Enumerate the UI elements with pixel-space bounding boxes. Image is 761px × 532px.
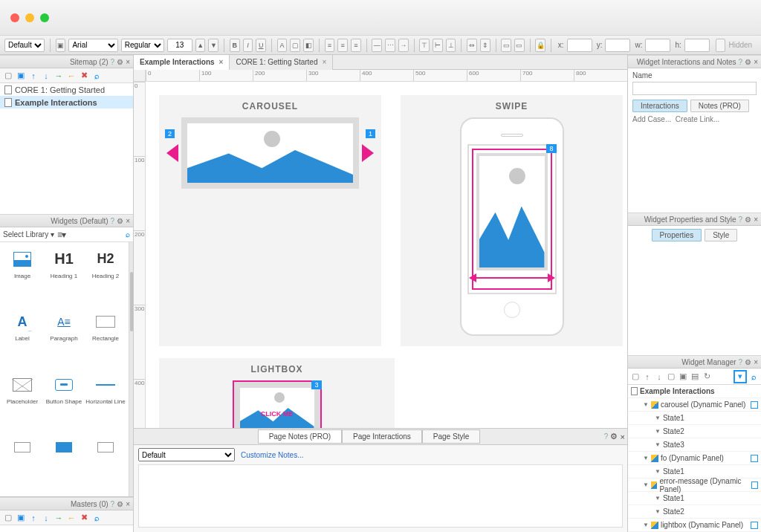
add-page-icon[interactable]: ▢ [4, 71, 13, 80]
sitemap-item-core1[interactable]: CORE 1: Getting Started [0, 83, 133, 96]
line-style-button[interactable]: ⋯ [385, 39, 395, 52]
tab-page-style[interactable]: Page Style [422, 429, 480, 444]
font-size-input[interactable] [167, 39, 192, 52]
font-family-select[interactable]: Arial [68, 39, 117, 52]
customize-notes-link[interactable]: Customize Notes... [241, 451, 303, 459]
tab-core1[interactable]: CORE 1: Getting Started× [230, 55, 333, 70]
wm-state[interactable]: ▼State2 [628, 425, 761, 438]
lock-button[interactable]: 🔒 [535, 39, 545, 52]
widget-image[interactable]: Image [1, 244, 43, 284]
panel-gear-icon[interactable]: ⚙ [610, 432, 618, 441]
paint-bucket-icon[interactable]: ▣ [56, 39, 66, 52]
widget-heading2[interactable]: H2Heading 2 [85, 244, 126, 284]
sitemap-item-example-interactions[interactable]: Example Interactions [0, 96, 133, 108]
x-input[interactable] [567, 39, 592, 52]
wm-icon7[interactable]: ↻ [702, 372, 711, 381]
wm-search-icon[interactable]: ⌕ [749, 372, 758, 381]
widget-heading1[interactable]: H1Heading 1 [43, 244, 85, 284]
wm-error[interactable]: ▼error-message (Dynamic Panel) [628, 479, 761, 492]
widget-label[interactable]: A_Label [1, 307, 43, 347]
widget-name-input[interactable] [632, 82, 757, 95]
wm-fo[interactable]: ▼fo (Dynamic Panel) [628, 452, 761, 465]
wm-lightbox[interactable]: ▼lightbox (Dynamic Panel) [628, 519, 761, 532]
wm-icon3[interactable]: ↓ [655, 372, 664, 381]
widget-horizontal-line[interactable]: Horizontal Line [85, 369, 126, 409]
close-tab-icon[interactable]: × [219, 58, 224, 66]
decrease-font-button[interactable]: ▼ [208, 39, 218, 52]
widget-more1[interactable] [1, 432, 43, 473]
front-button[interactable]: ▭ [501, 39, 511, 52]
wm-state[interactable]: ▼State1 [628, 412, 761, 425]
align-right-button[interactable]: ≡ [351, 39, 361, 52]
master-folder-icon[interactable]: ▣ [16, 513, 25, 522]
notes-textarea[interactable] [138, 464, 623, 528]
move-up-icon[interactable]: ↑ [29, 71, 38, 80]
wm-state[interactable]: ▼State3 [628, 438, 761, 452]
widget-placeholder[interactable]: Placeholder [1, 369, 43, 409]
widgets-scrollbar[interactable] [129, 242, 133, 496]
tab-page-notes[interactable]: Page Notes (PRO) [258, 429, 342, 444]
text-color-button[interactable]: A [277, 39, 288, 52]
wm-root[interactable]: Example Interactions [628, 385, 761, 398]
back-button[interactable]: ▭ [514, 39, 525, 52]
italic-button[interactable]: I [243, 39, 253, 52]
align-center-button[interactable]: ≡ [337, 39, 348, 52]
wm-icon4[interactable]: ▢ [667, 372, 676, 381]
carousel-next-arrow-icon[interactable] [362, 144, 374, 162]
master-search-icon[interactable]: ⌕ [92, 513, 101, 522]
text-style-select[interactable]: Default [4, 39, 45, 52]
move-right-icon[interactable]: → [54, 71, 63, 80]
underline-button[interactable]: U [256, 39, 266, 52]
wm-icon6[interactable]: ▤ [690, 372, 699, 381]
tab-example-interactions[interactable]: Example Interactions× [134, 55, 230, 70]
bold-button[interactable]: B [230, 39, 240, 52]
create-link-link[interactable]: Create Link... [676, 115, 719, 123]
move-left-icon[interactable]: ← [67, 71, 76, 80]
delete-icon[interactable]: ✖ [80, 71, 88, 80]
search-icon[interactable]: ⌕ [92, 71, 101, 80]
font-weight-select[interactable]: Regular [121, 39, 164, 52]
add-master-icon[interactable]: ▢ [4, 513, 13, 522]
lightbox-click-label[interactable]: CLICK ME [234, 410, 320, 418]
widget-rectangle[interactable]: Rectangle [85, 307, 126, 347]
h-input[interactable] [684, 39, 710, 52]
align-left-button[interactable]: ≡ [325, 39, 335, 52]
widget-button-shape[interactable]: Button Shape [43, 369, 85, 409]
widget-more2[interactable] [43, 432, 85, 473]
align-middle-button[interactable]: ⊢ [433, 39, 443, 52]
w-input[interactable] [645, 39, 670, 52]
y-input[interactable] [605, 39, 630, 52]
wm-state[interactable]: ▼State2 [628, 505, 761, 519]
wm-state[interactable]: ▼State1 [628, 492, 761, 505]
distribute-h-button[interactable]: ⇔ [467, 39, 477, 52]
close-tab-icon[interactable]: × [323, 58, 327, 66]
align-bottom-button[interactable]: ⊥ [446, 39, 456, 52]
widgets-search-icon[interactable]: ⌕ [126, 230, 130, 239]
close-window-icon[interactable] [10, 13, 19, 22]
properties-tab[interactable]: Properties [652, 229, 702, 241]
notes-tab[interactable]: Notes (PRO) [690, 100, 749, 112]
master-delete-icon[interactable]: ✖ [80, 513, 88, 522]
select-library-dropdown[interactable]: Select Library ▾ [3, 230, 54, 239]
add-folder-icon[interactable]: ▣ [16, 71, 25, 80]
wm-icon2[interactable]: ↑ [643, 372, 652, 381]
filter-icon[interactable]: ▾ [734, 371, 746, 383]
widget-more3[interactable] [85, 432, 126, 473]
master-right-icon[interactable]: → [54, 513, 63, 522]
interactions-tab[interactable]: Interactions [632, 100, 687, 112]
design-canvas[interactable]: CAROUSEL 2 1 SWIPE [146, 82, 627, 428]
distribute-v-button[interactable]: ⇕ [480, 39, 490, 52]
master-left-icon[interactable]: ← [67, 513, 76, 522]
library-menu-icon[interactable]: ≡▾ [57, 230, 65, 240]
border-color-button[interactable]: ◧ [303, 39, 314, 52]
panel-close-icon[interactable]: × [621, 432, 625, 441]
arrow-style-button[interactable]: → [398, 39, 409, 52]
border-width-button[interactable]: — [372, 39, 382, 52]
wm-carousel[interactable]: ▼carousel (Dynamic Panel) [628, 398, 761, 412]
move-down-icon[interactable]: ↓ [42, 71, 51, 80]
wm-icon5[interactable]: ▣ [679, 372, 687, 381]
minimize-window-icon[interactable] [25, 13, 34, 22]
notes-select[interactable]: Default [138, 448, 235, 461]
style-tab[interactable]: Style [705, 229, 737, 241]
master-down-icon[interactable]: ↓ [42, 513, 51, 522]
